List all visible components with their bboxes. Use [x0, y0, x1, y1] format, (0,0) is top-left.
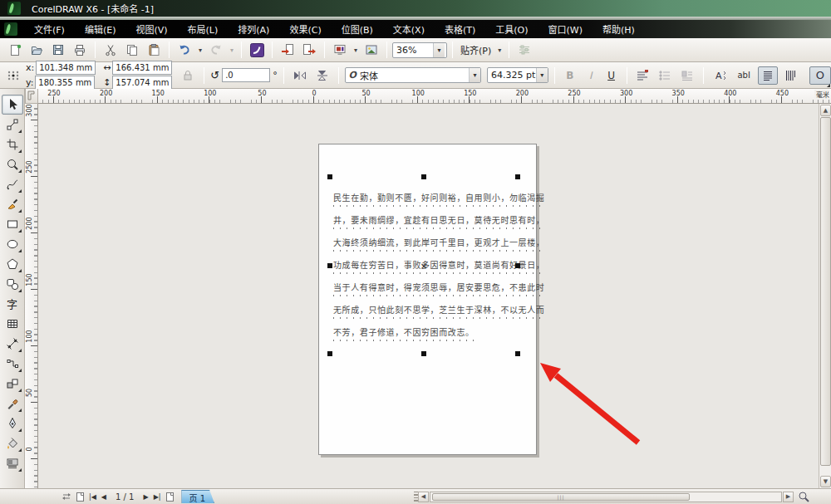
- font-family-combo[interactable]: O 宋体 ▾: [345, 67, 481, 83]
- zoom-level-combo[interactable]: ▾: [392, 42, 447, 58]
- rotation-input[interactable]: [222, 68, 270, 82]
- menu-layout[interactable]: 布局(L): [178, 20, 229, 38]
- selected-text-object[interactable]: 民生在勤，勤则不匮，好问则裕，自用则小，勿临渴掘井，要未雨绸缪，宜趁有日思无日，…: [330, 177, 518, 354]
- print-button[interactable]: [70, 41, 90, 59]
- menu-app-icon[interactable]: [4, 22, 17, 36]
- toolbox-pick-tool[interactable]: [2, 95, 23, 115]
- toolbox-polygon-tool[interactable]: [2, 254, 23, 274]
- add-page-before-icon[interactable]: [73, 491, 86, 503]
- selection-handle-middle-left[interactable]: [327, 263, 332, 268]
- toolbox-text-tool[interactable]: 字: [2, 294, 23, 314]
- toolbox-dimension-tool[interactable]: [2, 334, 23, 354]
- toolbox-connector-tool[interactable]: [2, 354, 23, 374]
- menu-tools[interactable]: 工具(O): [485, 20, 538, 38]
- scroll-right-icon[interactable]: ▶: [783, 492, 794, 502]
- menu-arrange[interactable]: 排列(A): [228, 20, 279, 38]
- snap-dropdown[interactable]: ▾: [495, 46, 504, 54]
- horizontal-scroll-thumb[interactable]: |||: [432, 493, 690, 501]
- welcome-screen-button[interactable]: [361, 41, 381, 59]
- open-button[interactable]: [27, 41, 47, 59]
- next-page-icon[interactable]: ▶: [140, 493, 150, 501]
- menu-table[interactable]: 表格(T): [435, 20, 485, 38]
- lock-ratio-icon[interactable]: [178, 66, 198, 85]
- text-alignment-button[interactable]: [633, 66, 653, 85]
- x-position-input[interactable]: [36, 61, 96, 75]
- options-button[interactable]: [514, 41, 534, 59]
- font-caret-icon[interactable]: ▾: [469, 68, 480, 82]
- search-content-button[interactable]: [247, 41, 267, 59]
- cut-button[interactable]: [101, 41, 120, 59]
- toolbox-interactive-fill-tool[interactable]: [2, 453, 23, 473]
- toolbox-shape-tool[interactable]: [2, 115, 23, 135]
- drop-cap-button[interactable]: [677, 66, 697, 85]
- ruler-origin-button[interactable]: [25, 89, 38, 104]
- import-button[interactable]: [278, 41, 297, 59]
- launcher-dropdown[interactable]: ▾: [352, 46, 360, 54]
- mirror-vertical-button[interactable]: [312, 66, 332, 85]
- zoom-level-input[interactable]: [393, 43, 433, 57]
- horizontal-text-button[interactable]: [758, 66, 778, 85]
- underline-button[interactable]: U: [602, 66, 621, 85]
- font-size-combo[interactable]: 64.325 pt ▾: [487, 67, 548, 83]
- toolbox-rectangle-tool[interactable]: [2, 214, 23, 234]
- bulleted-list-button[interactable]: [655, 66, 675, 85]
- last-page-icon[interactable]: ▶|: [151, 493, 164, 501]
- previous-page-icon[interactable]: ◀: [99, 493, 109, 501]
- menu-file[interactable]: 文件(F): [24, 20, 75, 38]
- font-size-caret-icon[interactable]: ▾: [536, 68, 548, 82]
- vertical-scroll-thumb[interactable]: [820, 117, 831, 466]
- zoom-caret-icon[interactable]: ▾: [433, 43, 445, 57]
- object-height-input[interactable]: [112, 76, 172, 90]
- menu-help[interactable]: 帮助(H): [593, 20, 645, 38]
- redo-button[interactable]: [206, 41, 226, 59]
- scroll-down-icon[interactable]: ▼: [820, 476, 831, 487]
- selection-handle-top-left[interactable]: [327, 174, 332, 179]
- selection-handle-bottom-right[interactable]: [515, 351, 520, 356]
- undo-button[interactable]: [175, 41, 194, 59]
- toolbox-smart-fill-tool[interactable]: [2, 194, 23, 214]
- selection-handle-bottom-center[interactable]: [421, 351, 426, 356]
- page-tab[interactable]: 页 1: [181, 490, 214, 503]
- toolbox-eyedropper-tool[interactable]: [2, 394, 23, 413]
- copy-button[interactable]: [122, 41, 142, 59]
- toolbox-fill-tool[interactable]: [2, 433, 23, 453]
- toolbox-outline-pen-tool[interactable]: [2, 413, 23, 433]
- selection-handle-bottom-left[interactable]: [327, 351, 332, 356]
- new-document-button[interactable]: [5, 41, 25, 59]
- canvas[interactable]: 民生在勤，勤则不匮，好问则裕，自用则小，勿临渴掘井，要未雨绸缪，宜趁有日思无日，…: [38, 104, 819, 488]
- scroll-left-icon[interactable]: ◀: [418, 492, 429, 502]
- menu-edit[interactable]: 编辑(E): [75, 20, 126, 38]
- menu-effects[interactable]: 效果(C): [279, 20, 331, 38]
- save-button[interactable]: [48, 41, 68, 59]
- scroll-up-icon[interactable]: ▲: [820, 105, 831, 116]
- menu-bitmaps[interactable]: 位图(B): [332, 20, 383, 38]
- redo-dropdown[interactable]: ▾: [228, 46, 236, 54]
- y-position-input[interactable]: [35, 76, 95, 90]
- first-page-icon[interactable]: |◀: [86, 493, 99, 501]
- outline-options-button[interactable]: O: [809, 66, 831, 85]
- add-page-after-icon[interactable]: [163, 491, 176, 503]
- italic-button[interactable]: I: [582, 66, 600, 85]
- undo-dropdown[interactable]: ▾: [196, 46, 204, 54]
- menu-window[interactable]: 窗口(W): [538, 20, 593, 38]
- selection-handle-top-right[interactable]: [515, 174, 520, 179]
- toolbox-basic-shapes-tool[interactable]: [2, 274, 23, 294]
- toolbox-table-tool[interactable]: [2, 314, 23, 334]
- toolbox-crop-tool[interactable]: [2, 135, 23, 154]
- page-sorter-icon[interactable]: [60, 491, 73, 503]
- toolbox-blend-tool[interactable]: [2, 374, 23, 394]
- menu-view[interactable]: 视图(V): [125, 20, 177, 38]
- menu-text[interactable]: 文本(X): [383, 20, 435, 38]
- zoom-status-icon[interactable]: [797, 491, 810, 503]
- paste-button[interactable]: [144, 41, 164, 59]
- selection-handle-middle-right[interactable]: [515, 263, 520, 268]
- selection-handle-top-center[interactable]: [421, 174, 426, 179]
- mirror-horizontal-button[interactable]: [290, 66, 310, 85]
- edit-text-button[interactable]: abI: [732, 66, 755, 85]
- vertical-scrollbar[interactable]: ▲ ▼: [819, 104, 831, 488]
- toolbox-ellipse-tool[interactable]: [2, 234, 23, 254]
- horizontal-scrollbar[interactable]: |||: [430, 492, 782, 502]
- export-button[interactable]: [299, 41, 319, 59]
- bold-button[interactable]: B: [561, 66, 579, 85]
- object-width-input[interactable]: [112, 61, 172, 75]
